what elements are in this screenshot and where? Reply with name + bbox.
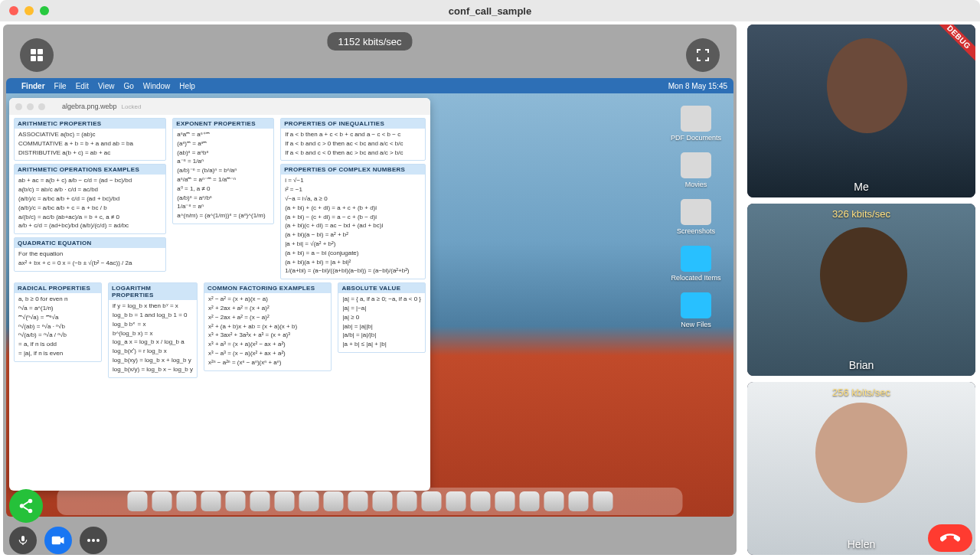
svg-rect-0 bbox=[31, 49, 36, 54]
participant-name: Me bbox=[747, 181, 975, 193]
svg-rect-1 bbox=[38, 49, 43, 54]
camera-button[interactable] bbox=[44, 527, 72, 554]
desktop-item[interactable]: Relocated Items bbox=[669, 246, 723, 282]
window-title: conf_call_sample bbox=[0, 5, 980, 17]
section-logarithm: LOGARITHM PROPERTIES if y = log_b x then… bbox=[108, 282, 198, 377]
svg-point-10 bbox=[96, 539, 100, 542]
preview-window[interactable]: algebra.png.webp Locked ARITHMETIC PROPE… bbox=[9, 98, 430, 491]
participant-tile-me[interactable]: DEBUG Me bbox=[747, 24, 975, 197]
svg-point-8 bbox=[87, 539, 90, 542]
desktop-item[interactable]: PDF Documents bbox=[669, 106, 723, 142]
section-exponent: EXPONENT PROPERTIES aⁿaᵐ = aⁿ⁺ᵐ(aⁿ)ᵐ = a… bbox=[172, 118, 274, 224]
shared-desktop: Finder File Edit View Go Window Help Mon… bbox=[6, 78, 733, 517]
svg-rect-2 bbox=[31, 56, 36, 61]
preview-filename: algebra.png.webp bbox=[62, 103, 117, 110]
menubar-item[interactable]: Window bbox=[143, 82, 171, 90]
svg-point-9 bbox=[92, 539, 95, 542]
fullscreen-button[interactable] bbox=[686, 38, 720, 72]
window-close-icon[interactable] bbox=[9, 6, 18, 15]
desktop-item[interactable]: New Files bbox=[669, 292, 723, 328]
preview-toolbar: algebra.png.webp Locked bbox=[9, 98, 430, 115]
menubar-item[interactable]: File bbox=[54, 82, 67, 90]
menubar-clock: Mon 8 May 15:45 bbox=[668, 82, 727, 90]
menubar-item[interactable]: Go bbox=[123, 82, 133, 90]
section-inequalities: PROPERTIES OF INEQUALITIES If a < b then… bbox=[280, 118, 426, 161]
menubar-item[interactable]: Help bbox=[179, 82, 195, 90]
section-factoring: COMMON FACTORING EXAMPLES x² − a² = (x +… bbox=[204, 282, 332, 370]
svg-point-4 bbox=[20, 504, 24, 508]
window-minimize-icon[interactable] bbox=[24, 6, 34, 15]
preview-content: ARITHMETIC PROPERTIES ASSOCIATIVE a(bc) … bbox=[9, 115, 430, 491]
share-button[interactable] bbox=[9, 489, 43, 523]
participant-tile-brian[interactable]: 326 kbits/sec Brian bbox=[747, 204, 975, 377]
section-complex: PROPERTIES OF COMPLEX NUMBERS i = √−1i² … bbox=[280, 164, 426, 279]
participant-bitrate: 256 kbits/sec bbox=[747, 387, 975, 398]
mute-button[interactable] bbox=[9, 527, 37, 554]
menubar-item[interactable]: Finder bbox=[21, 82, 45, 90]
svg-rect-3 bbox=[38, 56, 43, 61]
participant-bitrate: 326 kbits/sec bbox=[747, 208, 975, 220]
macos-menubar: Finder File Edit View Go Window Help Mon… bbox=[6, 78, 733, 93]
layout-grid-button[interactable] bbox=[20, 38, 54, 72]
desktop-wallpaper: algebra.png.webp Locked ARITHMETIC PROPE… bbox=[6, 93, 733, 517]
svg-point-5 bbox=[28, 499, 33, 504]
desktop-item[interactable]: Screenshots bbox=[669, 199, 723, 235]
section-arithmetic-properties: ARITHMETIC PROPERTIES ASSOCIATIVE a(bc) … bbox=[14, 118, 166, 161]
window-titlebar: conf_call_sample bbox=[0, 0, 980, 21]
desktop-icons: PDF Documents Movies Screenshots Relocat… bbox=[666, 106, 726, 328]
call-toolbar bbox=[0, 523, 980, 558]
bitrate-badge: 1152 kbits/sec bbox=[327, 32, 412, 51]
desktop-item[interactable]: Movies bbox=[669, 152, 723, 188]
preview-status: Locked bbox=[122, 103, 142, 110]
menubar-item[interactable]: View bbox=[98, 82, 115, 90]
macos-dock[interactable] bbox=[57, 488, 683, 515]
svg-rect-7 bbox=[52, 537, 60, 545]
section-absolute: ABSOLUTE VALUE |a| = { a, if a ≥ 0; −a, … bbox=[338, 282, 426, 353]
window-zoom-icon[interactable] bbox=[40, 6, 49, 15]
section-arithmetic-operations: ARITHMETIC OPERATIONS EXAMPLES ab + ac =… bbox=[14, 164, 166, 234]
participant-name: Brian bbox=[747, 359, 975, 371]
screen-share-panel: 1152 kbits/sec Finder File Edit View Go … bbox=[3, 24, 737, 555]
section-radical: RADICAL PROPERTIES a, b ≥ 0 for even nⁿ√… bbox=[14, 282, 102, 362]
participants-panel: DEBUG Me 326 kbits/sec Brian 256 kbits/s… bbox=[743, 21, 980, 558]
svg-point-6 bbox=[28, 509, 33, 514]
menubar-item[interactable]: Edit bbox=[76, 82, 89, 90]
more-button[interactable] bbox=[80, 527, 107, 554]
hangup-button[interactable] bbox=[928, 524, 972, 552]
section-quadratic: QUADRATIC EQUATION For the equationax² +… bbox=[14, 237, 166, 272]
